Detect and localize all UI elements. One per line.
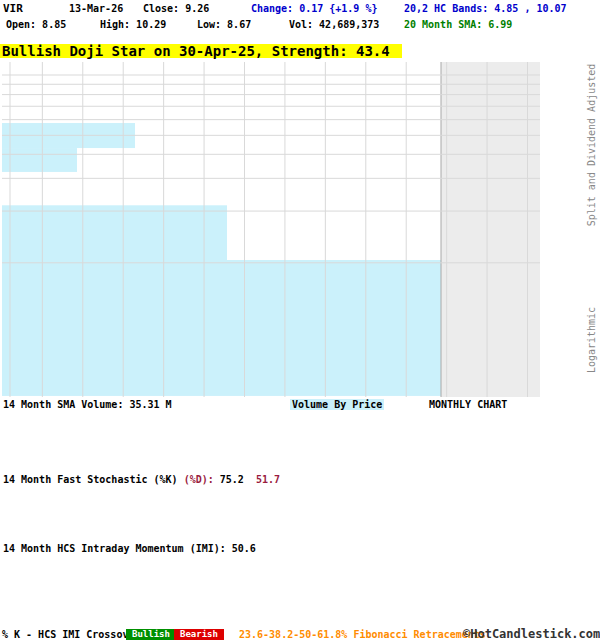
chart-type-label: MONTHLY CHART bbox=[429, 399, 507, 410]
chart-screenshot: VIR 13-Mar-26 Close: 9.26 Change: 0.17 {… bbox=[0, 0, 600, 640]
volume-by-price-bars bbox=[2, 123, 441, 396]
fibonacci-legend-label: 23.6-38.2-50-61.8% Fibonacci Retracement… bbox=[239, 629, 486, 640]
copyright-label: ©HotCandlestick.com bbox=[463, 628, 600, 640]
stoch-title-k: 14 Month Fast Stochastic (%K) bbox=[3, 474, 184, 485]
crossover-legend-label: % K - HCS IMI Crossover, bbox=[2, 629, 147, 640]
login-overlay bbox=[441, 62, 540, 397]
bullish-badge: Bullish bbox=[126, 629, 176, 640]
stoch-title-d: (%D): bbox=[184, 474, 220, 485]
stoch-d-value: 51.7 bbox=[256, 474, 280, 485]
stoch-k-value: 75.2 bbox=[220, 474, 244, 485]
volume-by-price-label: Volume By Price bbox=[290, 399, 384, 410]
axis-note-logarithmic: Logarithmic bbox=[586, 307, 597, 373]
bearish-badge: Bearish bbox=[174, 629, 224, 640]
volume-panel-title: 14 Month SMA Volume: 35.31 M bbox=[3, 399, 172, 410]
imi-panel-title: 14 Month HCS Intraday Momentum (IMI): 50… bbox=[3, 543, 256, 554]
axis-note-adjusted: Split and Dividend Adjusted bbox=[586, 64, 597, 227]
stochastic-panel-title: 14 Month Fast Stochastic (%K) (%D): 75.2… bbox=[3, 474, 280, 485]
